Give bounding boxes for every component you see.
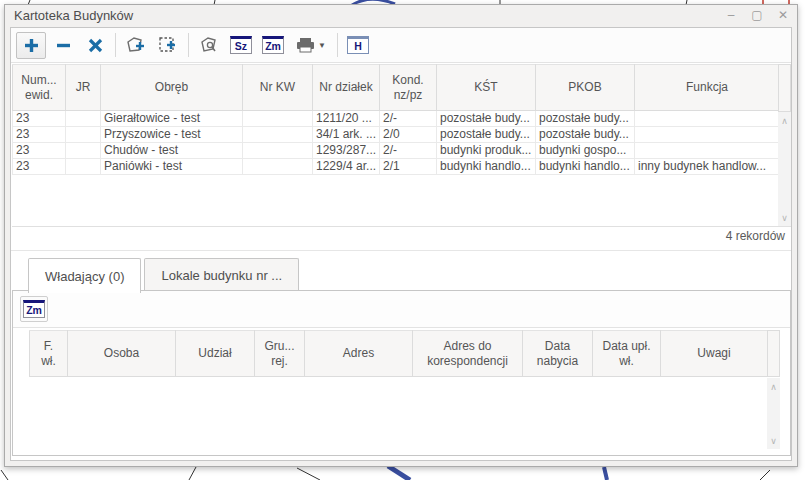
tab-bar: Władający (0) Lokale budynku nr ...: [11, 250, 791, 291]
table-cell: [66, 159, 101, 175]
main-toolbar: Sz Zm ▼ H: [11, 28, 791, 63]
column-header[interactable]: Udział: [176, 331, 255, 377]
select-rect-add-button[interactable]: [153, 32, 183, 59]
table-cell: budynki produk...: [437, 143, 536, 159]
column-header[interactable]: Funkcja: [635, 65, 780, 111]
table-cell: [66, 111, 101, 127]
scroll-up-icon[interactable]: ∧: [778, 114, 791, 127]
table-cell: 1293/287...: [313, 143, 380, 159]
divider: [12, 226, 791, 227]
table-cell: [635, 111, 780, 127]
tab-wladajacy[interactable]: Władający (0): [28, 258, 141, 293]
owners-zm-button[interactable]: Zm: [20, 296, 48, 322]
column-header[interactable]: KŚT: [437, 65, 536, 111]
column-header[interactable]: Osoba: [68, 331, 176, 377]
owners-scrollbar[interactable]: ∧ ∨: [767, 378, 780, 449]
table-cell: budynki gospo...: [536, 143, 635, 159]
header-scroll-corner: [778, 64, 791, 112]
column-header[interactable]: Gru... rej.: [255, 331, 305, 377]
window-title: Kartoteka Budynków: [14, 8, 133, 23]
column-header[interactable]: Data nabycia: [523, 331, 593, 377]
column-header[interactable]: F. wł.: [30, 331, 68, 377]
table-cell: Chudów - test: [101, 143, 243, 159]
buildings-scrollbar[interactable]: ∧ ∨: [778, 112, 791, 226]
table-cell: pozostałe budy...: [536, 111, 635, 127]
table-cell: pozostałe budy...: [536, 127, 635, 143]
column-header[interactable]: Adres: [305, 331, 413, 377]
scroll-down-icon[interactable]: ∨: [778, 211, 791, 224]
h-button[interactable]: H: [343, 32, 373, 59]
zm-button[interactable]: Zm: [258, 32, 288, 59]
sz-button[interactable]: Sz: [226, 32, 256, 59]
table-cell: 2/-: [380, 111, 437, 127]
column-header[interactable]: Kond. nz/pz: [380, 65, 437, 111]
owners-table: F. wł. Osoba Udział Gru... rej. Adres Ad…: [29, 330, 767, 377]
toolbar-separator: [337, 33, 338, 57]
table-cell: [66, 143, 101, 159]
toolbar-separator: [188, 33, 189, 57]
table-cell: [243, 111, 313, 127]
table-cell: 2/1: [380, 159, 437, 175]
table-row[interactable]: 23Przyszowice - test34/1 ark. ...2/0pozo…: [13, 127, 780, 143]
table-cell: Przyszowice - test: [101, 127, 243, 143]
delete-button[interactable]: [80, 32, 110, 59]
tab-lokale[interactable]: Lokale budynku nr ...: [144, 258, 299, 292]
column-header[interactable]: Obręb: [101, 65, 243, 111]
table-cell: [243, 159, 313, 175]
maximize-icon[interactable]: ▢: [749, 8, 765, 24]
table-cell: 34/1 ark. ...: [313, 127, 380, 143]
zm-icon: Zm: [23, 300, 45, 318]
record-count: 4 rekordów: [726, 229, 785, 243]
window-titlebar[interactable]: Kartoteka Budynków – ▢ ✕: [5, 5, 797, 26]
column-header[interactable]: Nr działek: [313, 65, 380, 111]
scroll-down-icon[interactable]: ∨: [767, 434, 780, 447]
print-button[interactable]: ▼: [290, 32, 332, 59]
table-cell: 1229/4 ar...: [313, 159, 380, 175]
close-icon[interactable]: ✕: [775, 8, 791, 24]
column-header[interactable]: JR: [66, 65, 101, 111]
table-cell: [635, 143, 780, 159]
minus-icon: [56, 38, 71, 53]
tab-label: Lokale budynku nr ...: [161, 268, 282, 283]
column-header[interactable]: Adres do korespondencji: [413, 331, 523, 377]
tab-label: Władający (0): [45, 269, 124, 284]
table-cell: 23: [13, 127, 66, 143]
add-button[interactable]: [16, 32, 46, 59]
print-dropdown-caret: ▼: [318, 41, 326, 50]
table-cell: Gierałtowice - test: [101, 111, 243, 127]
x-icon: [88, 38, 103, 53]
table-cell: 23: [13, 111, 66, 127]
table-cell: [66, 127, 101, 143]
table-row[interactable]: 23Gierałtowice - test1211/20 ...2/-pozos…: [13, 111, 780, 127]
table-cell: pozostałe budy...: [437, 111, 536, 127]
screen: { "window": { "title": "Kartoteka Budynk…: [0, 0, 805, 480]
column-header[interactable]: Uwagi: [661, 331, 768, 377]
table-cell: 2/-: [380, 143, 437, 159]
show-on-map-button[interactable]: [194, 32, 224, 59]
select-polygon-add-button[interactable]: [121, 32, 151, 59]
buildings-table-body: 23Gierałtowice - test1211/20 ...2/-pozos…: [13, 111, 780, 175]
column-header[interactable]: Num... ewid.: [13, 65, 66, 111]
table-cell: 23: [13, 143, 66, 159]
buildings-table: Num... ewid. JR Obręb Nr KW Nr działek K…: [12, 64, 779, 175]
table-cell: [243, 127, 313, 143]
plus-icon: [24, 38, 39, 53]
column-header[interactable]: Data upł. wł.: [593, 331, 661, 377]
printer-icon: [296, 37, 315, 53]
owners-toolbar: Zm: [13, 291, 790, 328]
remove-button[interactable]: [48, 32, 78, 59]
column-header[interactable]: PKOB: [536, 65, 635, 111]
table-cell: 1211/20 ...: [313, 111, 380, 127]
kartoteka-window: Kartoteka Budynków – ▢ ✕: [4, 4, 798, 467]
table-cell: 2/0: [380, 127, 437, 143]
table-cell: budynki handlo...: [536, 159, 635, 175]
column-header[interactable]: Nr KW: [243, 65, 313, 111]
minimize-icon[interactable]: –: [723, 8, 739, 24]
table-cell: 23: [13, 159, 66, 175]
table-row[interactable]: 23Paniówki - test1229/4 ar...2/1budynki …: [13, 159, 780, 175]
header-scroll-corner: [767, 330, 780, 377]
scroll-up-icon[interactable]: ∧: [767, 380, 780, 393]
table-cell: inny budynek handlow...: [635, 159, 780, 175]
table-row[interactable]: 23Chudów - test1293/287...2/-budynki pro…: [13, 143, 780, 159]
h-icon: H: [347, 36, 369, 54]
